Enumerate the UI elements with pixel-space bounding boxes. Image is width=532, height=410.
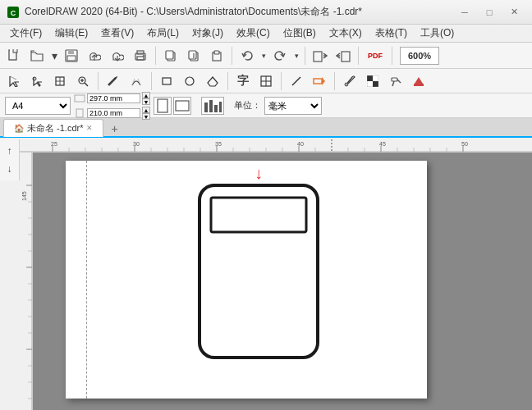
white-page: ↓	[66, 161, 427, 399]
color-fill-tool[interactable]	[408, 71, 429, 92]
width-down[interactable]: ▼	[142, 98, 150, 105]
red-arrow-icon: ↓	[255, 165, 263, 181]
zoom-tool[interactable]	[72, 71, 94, 92]
hammer-tool[interactable]	[385, 71, 406, 92]
print-button[interactable]	[130, 45, 151, 66]
menu-bitmap[interactable]: 位图(B)	[277, 25, 323, 43]
polygon-tool[interactable]	[202, 71, 223, 92]
svg-rect-44	[314, 79, 322, 84]
rect-tool[interactable]	[156, 71, 177, 92]
sep9	[281, 72, 282, 90]
canvas-area[interactable]: ↓	[33, 153, 532, 410]
table-tool[interactable]	[255, 71, 277, 92]
toolbar1: ▾ ▾ ▾ PDF 600%	[0, 43, 532, 69]
minimize-button[interactable]: ─	[453, 3, 476, 21]
svg-text:25: 25	[51, 141, 57, 147]
ruler-vertical: 145	[20, 153, 33, 410]
copy2-button[interactable]	[183, 45, 204, 66]
undo-arrow-button[interactable]: ▾	[259, 45, 268, 66]
import-button[interactable]	[310, 45, 331, 66]
ruler-horizontal: 25 30 35 40	[20, 139, 532, 153]
drawing-svg	[193, 181, 324, 362]
bar-chart-button[interactable]	[201, 97, 224, 115]
close-button[interactable]: ✕	[502, 3, 525, 21]
svg-rect-21	[214, 51, 219, 54]
height-up[interactable]: ▲	[142, 107, 150, 113]
text-tool[interactable]: 字	[232, 71, 254, 92]
svg-line-43	[292, 77, 300, 85]
nudge-down-button[interactable]: ↓	[2, 161, 18, 177]
select-tool-button[interactable]	[3, 71, 25, 92]
copy1-button[interactable]	[160, 45, 181, 66]
svg-rect-55	[414, 84, 424, 86]
svg-text:145: 145	[21, 191, 27, 201]
page-size-select[interactable]: A4	[5, 97, 71, 115]
bezier-tool[interactable]	[126, 71, 147, 92]
line-tool[interactable]	[286, 71, 307, 92]
add-tab-button[interactable]: +	[107, 121, 122, 136]
height-input[interactable]: 210.0 mm	[87, 108, 140, 118]
eyedropper-tool[interactable]	[339, 71, 360, 92]
cloud-download-button[interactable]	[107, 45, 128, 66]
new-button[interactable]	[3, 45, 25, 66]
svg-rect-98	[20, 153, 33, 410]
menu-effects[interactable]: 效果(C)	[230, 25, 277, 43]
width-up[interactable]: ▲	[142, 92, 150, 98]
sep4	[358, 47, 359, 65]
width-input[interactable]: 297.0 mm	[87, 93, 140, 103]
menu-file[interactable]: 文件(F)	[3, 25, 48, 43]
shape-select-tool[interactable]	[26, 71, 48, 92]
sep3	[305, 47, 305, 65]
menu-object[interactable]: 对象(J)	[186, 25, 230, 43]
menu-tools[interactable]: 工具(O)	[414, 25, 461, 43]
svg-rect-50	[373, 81, 378, 87]
landscape-button[interactable]	[173, 97, 191, 115]
paste-button[interactable]	[206, 45, 227, 66]
save-button[interactable]	[61, 45, 82, 66]
height-down[interactable]: ▼	[142, 113, 150, 120]
portrait-button[interactable]	[154, 97, 172, 115]
fill-tool[interactable]	[362, 71, 383, 92]
circle-tool[interactable]	[179, 71, 200, 92]
svg-rect-7	[68, 50, 74, 54]
redo-arrow-button[interactable]: ▾	[292, 45, 300, 66]
svg-rect-56	[75, 95, 85, 102]
menu-layout[interactable]: 布局(L)	[140, 25, 186, 43]
menu-text[interactable]: 文本(X)	[323, 25, 369, 43]
svg-rect-5	[13, 49, 17, 52]
drawing-container: ↓	[193, 181, 324, 362]
sep8	[227, 72, 228, 90]
undo-button[interactable]	[236, 45, 258, 66]
svg-rect-49	[367, 81, 373, 87]
margin-line	[86, 161, 87, 399]
tab-document[interactable]: 🏠 未命名 -1.cdr* ✕	[3, 119, 103, 137]
tab-close-button[interactable]: ✕	[86, 124, 93, 132]
svg-rect-24	[342, 52, 350, 61]
pen-tool[interactable]	[103, 71, 124, 92]
menu-edit[interactable]: 编辑(E)	[48, 25, 94, 43]
arrow-tool[interactable]	[309, 71, 330, 92]
pdf-button[interactable]: PDF	[363, 45, 388, 66]
svg-point-14	[143, 55, 144, 57]
export-button[interactable]	[332, 45, 354, 66]
svg-rect-62	[214, 105, 218, 112]
toolbar2: 字	[0, 69, 532, 93]
menu-table[interactable]: 表格(T)	[369, 25, 414, 43]
unit-select[interactable]: 毫米	[264, 97, 322, 115]
open-button[interactable]	[26, 45, 48, 66]
home-icon: 🏠	[14, 124, 24, 133]
redo-button[interactable]	[269, 45, 291, 66]
svg-text:40: 40	[297, 141, 304, 147]
svg-rect-60	[204, 102, 208, 112]
app-icon: C	[7, 6, 20, 19]
maximize-button[interactable]: □	[478, 3, 501, 21]
menu-view[interactable]: 查看(V)	[94, 25, 140, 43]
cloud-upload-button[interactable]	[84, 45, 105, 66]
transform-tool[interactable]	[49, 71, 71, 92]
svg-rect-63	[219, 102, 222, 112]
sep2	[232, 47, 232, 65]
ruler-h-svg: 25 30 35 40	[20, 139, 532, 153]
nudge-up-button[interactable]: ↑	[2, 143, 18, 159]
open-arrow-button[interactable]: ▾	[49, 45, 59, 66]
svg-rect-16	[166, 51, 173, 59]
